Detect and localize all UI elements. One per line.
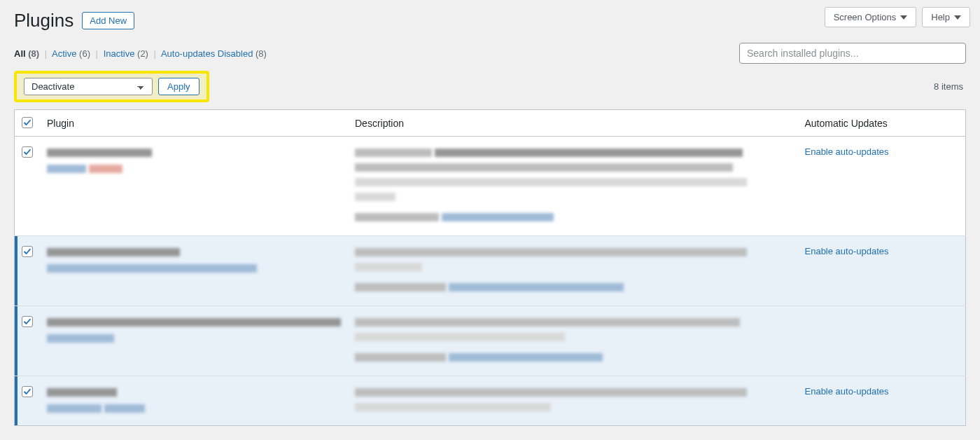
page-title: Plugins (14, 10, 74, 32)
col-auto-updates: Automatic Updates (798, 110, 966, 137)
select-all-checkbox[interactable] (22, 117, 33, 128)
enable-auto-updates-link[interactable]: Enable auto-updates (805, 386, 889, 397)
help-label: Help (931, 12, 950, 22)
row-checkbox[interactable] (22, 146, 33, 158)
table-row: Enable auto-updates (15, 376, 966, 426)
screen-options-label: Screen Options (834, 12, 897, 22)
table-row: Enable auto-updates (15, 137, 966, 236)
help-button[interactable]: Help (922, 7, 970, 27)
row-checkbox[interactable] (22, 246, 33, 257)
row-checkbox[interactable] (22, 386, 33, 397)
caret-down-icon (954, 15, 961, 20)
plugin-name-cell (40, 376, 348, 426)
add-new-button[interactable]: Add New (82, 12, 134, 29)
plugin-name-cell (40, 137, 348, 236)
check-icon (23, 148, 31, 156)
col-plugin: Plugin (40, 110, 348, 137)
table-row (15, 306, 966, 376)
plugin-name-cell (40, 236, 348, 306)
check-icon (23, 387, 31, 396)
plugin-description-cell (348, 137, 798, 236)
apply-button[interactable]: Apply (158, 78, 200, 95)
filter-links: All (8) | Active (6) | Inactive (2) | Au… (14, 48, 267, 59)
check-icon (23, 118, 31, 127)
plugin-description-cell (348, 376, 798, 426)
screen-options-button[interactable]: Screen Options (825, 7, 917, 27)
search-input[interactable] (739, 43, 966, 64)
plugins-table: Plugin Description Automatic Updates (14, 109, 966, 426)
filter-inactive[interactable]: Inactive (2) (104, 48, 148, 59)
filter-all[interactable]: All (8) (14, 48, 39, 59)
filter-auto-updates-disabled[interactable]: Auto-updates Disabled (8) (161, 48, 267, 59)
items-count: 8 items (934, 81, 963, 92)
bulk-action-select[interactable]: Deactivate (24, 78, 153, 95)
col-description: Description (348, 110, 798, 137)
check-icon (23, 247, 31, 256)
check-icon (23, 317, 31, 326)
plugin-description-cell (348, 306, 798, 376)
bulk-actions-highlight: Deactivate Apply (14, 71, 209, 102)
filter-active[interactable]: Active (6) (52, 48, 90, 59)
row-checkbox[interactable] (22, 316, 33, 327)
caret-down-icon (900, 15, 907, 20)
plugin-description-cell (348, 236, 798, 306)
enable-auto-updates-link[interactable]: Enable auto-updates (805, 146, 889, 157)
plugin-name-cell (40, 306, 348, 376)
table-row: Enable auto-updates (15, 236, 966, 306)
enable-auto-updates-link[interactable]: Enable auto-updates (805, 246, 889, 256)
